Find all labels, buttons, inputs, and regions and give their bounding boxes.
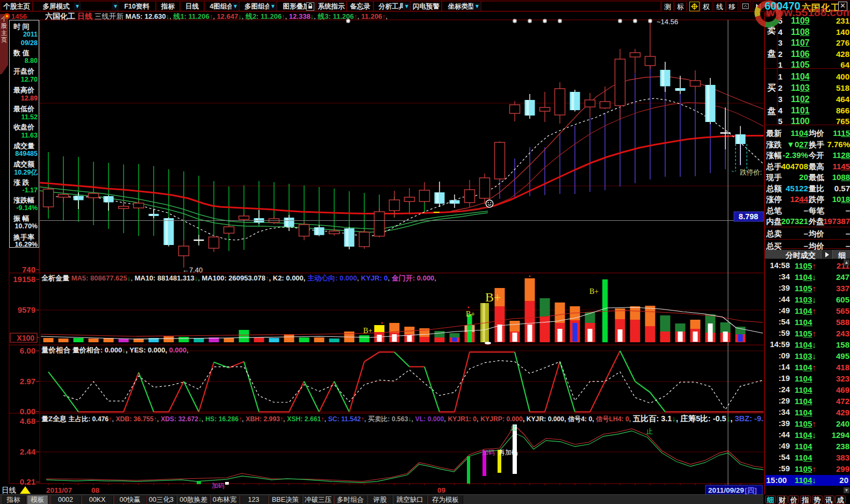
svg-text:9579: 9579 bbox=[18, 305, 35, 314]
svg-text:19158: 19158 bbox=[13, 275, 35, 284]
svg-text:←7.40: ←7.40 bbox=[182, 266, 203, 274]
svg-text:加码: 加码 bbox=[212, 482, 225, 489]
svg-text:09: 09 bbox=[437, 486, 445, 494]
svg-text:2011/09/29: 2011/09/29 bbox=[708, 486, 744, 494]
svg-text:08: 08 bbox=[91, 486, 100, 494]
svg-text:再加码: 再加码 bbox=[499, 449, 518, 456]
svg-text:日线: 日线 bbox=[2, 486, 16, 494]
svg-text:2.97: 2.97 bbox=[20, 377, 35, 386]
svg-text:~14.56: ~14.56 bbox=[657, 18, 678, 26]
svg-text:B+: B+ bbox=[589, 287, 599, 296]
svg-text:X100: X100 bbox=[17, 334, 34, 342]
svg-text:止: 止 bbox=[646, 427, 653, 435]
svg-text:B+: B+ bbox=[363, 327, 372, 335]
svg-text:[四]: [四] bbox=[745, 486, 757, 494]
svg-text:6.00: 6.00 bbox=[20, 346, 35, 355]
svg-text:2.44: 2.44 bbox=[20, 447, 36, 456]
svg-text:跌停价:: 跌停价: bbox=[740, 169, 762, 176]
svg-text:740: 740 bbox=[22, 265, 35, 274]
svg-text:0.00: 0.00 bbox=[20, 407, 35, 416]
svg-text:8.798: 8.798 bbox=[739, 212, 758, 221]
svg-text:B+: B+ bbox=[485, 290, 501, 304]
svg-text:4.68: 4.68 bbox=[20, 416, 35, 426]
svg-text:600470: 600470 bbox=[765, 0, 801, 12]
svg-text:0.21: 0.21 bbox=[20, 477, 35, 486]
svg-text:止: 止 bbox=[510, 423, 517, 431]
svg-text:2011/07: 2011/07 bbox=[46, 486, 72, 494]
svg-text:B+: B+ bbox=[466, 310, 475, 318]
svg-text:加码: 加码 bbox=[482, 449, 495, 456]
